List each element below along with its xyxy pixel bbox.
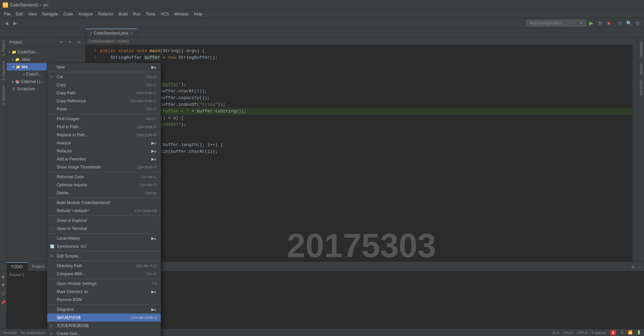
ctx-show-explorer[interactable]: Show in Explorer [47, 217, 161, 225]
tree-item-codestandard2[interactable]: ▼ 📁 CodeStan... [7, 48, 85, 56]
menu-refactor[interactable]: Refactor [96, 11, 116, 17]
bottom-settings-btn[interactable]: ⚙ [629, 263, 637, 271]
menu-window[interactable]: Window [171, 11, 191, 17]
forward-btn[interactable]: ▶ [11, 19, 19, 27]
ctx-cut[interactable]: ✂ Cut Ctrl+X [47, 73, 161, 81]
encoding-indicator[interactable]: UTF-8 [577, 331, 587, 335]
run-config-dropdown[interactable]: Add Configuration... ▼ [526, 20, 586, 27]
more-toolbar[interactable]: ⟳ [616, 19, 624, 27]
menu-build[interactable]: Build [116, 11, 130, 17]
lang-indicator[interactable]: 英 [620, 330, 624, 335]
pin-btn[interactable]: 📌 [0, 299, 7, 306]
ctx-build-module[interactable]: Build Module 'CodeStandard2' [47, 199, 161, 207]
terminal-btn[interactable]: Terminal [3, 331, 17, 335]
ctx-add-favorites[interactable]: Add to Favorites ▶ [47, 155, 161, 163]
panel-tab-ant[interactable]: Ant Build [638, 78, 644, 98]
ctx-code-scan[interactable]: 编码规约扫描 Ctrl+Alt+Shift+J [47, 314, 161, 322]
ctx-mark-dir[interactable]: Mark Directory as ▶ [47, 288, 161, 296]
panel-tab-maven[interactable]: Maven [638, 61, 644, 77]
panel-tab-structure[interactable]: 2: Structure [1, 83, 6, 108]
src-folder-icon: 📁 [16, 65, 20, 69]
menu-analyze[interactable]: Analyze [76, 11, 96, 17]
editor-content[interactable]: 1 public static void main(String[] args)… [86, 45, 637, 261]
ctx-optimize-imports[interactable]: Optimize Imports Ctrl+Alt+O [47, 181, 161, 189]
extlib-icon: 📚 [15, 80, 20, 84]
menu-code[interactable]: Code [61, 11, 76, 17]
ctx-remove-bom[interactable]: Remove BOM [47, 296, 161, 304]
project-settings-btn[interactable]: ⚙ [58, 39, 65, 46]
ctx-refactor[interactable]: Refactor ▶ [47, 147, 161, 155]
stop-btn[interactable]: ■ [605, 19, 612, 27]
line-ending-indicator[interactable]: CRLF [563, 331, 573, 335]
code-line-1: 1 public static void main(String[] args)… [88, 48, 637, 54]
editor-area[interactable]: CodeStandard › main() 1 public static vo… [86, 38, 637, 261]
line-ending-text: CRLF [563, 331, 573, 335]
tree-item-idea[interactable]: ▶ 📁 .idea [7, 56, 85, 63]
bottom-tab-project[interactable]: Project [28, 262, 49, 271]
indent-indicator[interactable]: 4 spaces [591, 331, 606, 335]
ctx-edit-scopes[interactable]: ⚙ Edit Scopes... [47, 252, 161, 260]
ctx-copy-reference[interactable]: Copy Reference Ctrl+Alt+Shift+C [47, 97, 161, 105]
local-history-arrow: ▶ [151, 236, 157, 241]
settings-toolbar[interactable]: ⚙ [634, 19, 641, 27]
scroll-gutter[interactable] [633, 38, 637, 261]
menu-edit[interactable]: Edit [13, 11, 25, 17]
refactor-arrow: ▶ [151, 149, 157, 153]
project-expand-btn[interactable]: ⊟ [75, 39, 83, 46]
ctx-rebuild[interactable]: Rebuild '<default>' Ctrl+Shift+F9 [47, 207, 161, 215]
ctx-find-usages[interactable]: Find Usages Alt+F7 [47, 115, 161, 123]
ctx-local-history[interactable]: Local History ▶ [47, 234, 161, 242]
menu-file[interactable]: File [1, 11, 13, 17]
bottom-close-btn[interactable]: — [637, 263, 644, 271]
ctx-delete[interactable]: Delete... Delete [47, 189, 161, 197]
project-sync-btn[interactable]: ⟳ [66, 39, 74, 46]
tab-close-btn[interactable]: ✕ [130, 32, 133, 35]
ctx-synchronize[interactable]: 🔄 Synchronize 'src' [47, 242, 161, 250]
ctx-sep-9 [47, 279, 161, 279]
project-root-icon: 📁 [12, 50, 16, 54]
filter-down-btn[interactable]: ▼ [0, 281, 7, 289]
toolbar: ◀ ▶ Add Configuration... ▼ ▶ ⚒ ■ ⟳ 🔍 ⚙ [0, 18, 644, 28]
ctx-diagrams[interactable]: Diagrams ▶ [47, 305, 161, 314]
tab-codestandard-java[interactable]: J CodeStandard.java ✕ [86, 29, 137, 37]
ctx-paste[interactable]: Paste Ctrl+V [47, 105, 161, 113]
filter-up-btn[interactable]: ▲ [0, 273, 7, 280]
ctx-copy-path[interactable]: Copy Path Ctrl+Shift+C [47, 89, 161, 97]
filter-btn[interactable]: ▽ [0, 290, 7, 297]
panel-tab-database[interactable]: Database [638, 39, 644, 60]
search-everywhere[interactable]: 🔍 [625, 19, 633, 27]
ctx-compare-with[interactable]: Compare With... Ctrl+D [47, 270, 161, 278]
ctx-analyze[interactable]: Analyze ▶ [47, 139, 161, 147]
ctx-replace-in-path[interactable]: Replace in Path... Ctrl+Shift+R [47, 131, 161, 139]
menu-run[interactable]: Run [130, 11, 143, 17]
build-btn[interactable]: ⚒ [596, 19, 604, 27]
back-btn[interactable]: ◀ [3, 19, 10, 27]
line-col-text: 21:9 [552, 331, 559, 335]
app-icon: CS [3, 2, 8, 8]
ctx-create-gist[interactable]: ⊙ Create Gist... [47, 330, 161, 336]
left-panel-tabs: 1: Project 2: Favorites 2: Structure [0, 38, 7, 261]
ctx-reformat[interactable]: Reformat Code Ctrl+Alt+L [47, 173, 161, 181]
panel-tab-favorites[interactable]: 2: Favorites [1, 58, 6, 83]
status-text: No suspicious c... [21, 331, 50, 335]
ctx-open-terminal[interactable]: ⬛ Open in Terminal [47, 225, 161, 233]
idea-label: .idea [21, 57, 30, 62]
ctx-close-realtime[interactable]: ⊙ 关闭实时检测功能 [47, 322, 161, 330]
ctx-new[interactable]: New ▶ [47, 63, 161, 71]
run-btn[interactable]: ▶ [588, 19, 595, 27]
ctx-show-thumbnails[interactable]: Show Image Thumbnails Ctrl+Shift+T [47, 163, 161, 171]
menu-help[interactable]: Help [191, 11, 205, 17]
menu-navigate[interactable]: Navigate [40, 11, 61, 17]
ctx-find-in-path[interactable]: Find in Path... Ctrl+Shift+F [47, 123, 161, 131]
panel-tab-project[interactable]: 1: Project [1, 38, 6, 58]
menu-vcs[interactable]: VCS [158, 11, 172, 17]
ctx-module-settings[interactable]: Open Module Settings F4 [47, 280, 161, 288]
menu-tools[interactable]: Tools [143, 11, 158, 17]
diagrams-arrow: ▶ [151, 307, 157, 312]
ctx-copy[interactable]: Copy Ctrl+C [47, 81, 161, 89]
code-line-12: 12 buffer.append("1234567"); [88, 122, 637, 128]
context-menu: New ▶ ✂ Cut Ctrl+X Copy Ctrl+C Copy Path… [47, 63, 161, 336]
menu-view[interactable]: View [25, 11, 40, 17]
bottom-tab-todo[interactable]: TODO: [7, 262, 28, 271]
ctx-dir-path[interactable]: Directory Path Ctrl+Alt+F12 [47, 262, 161, 270]
